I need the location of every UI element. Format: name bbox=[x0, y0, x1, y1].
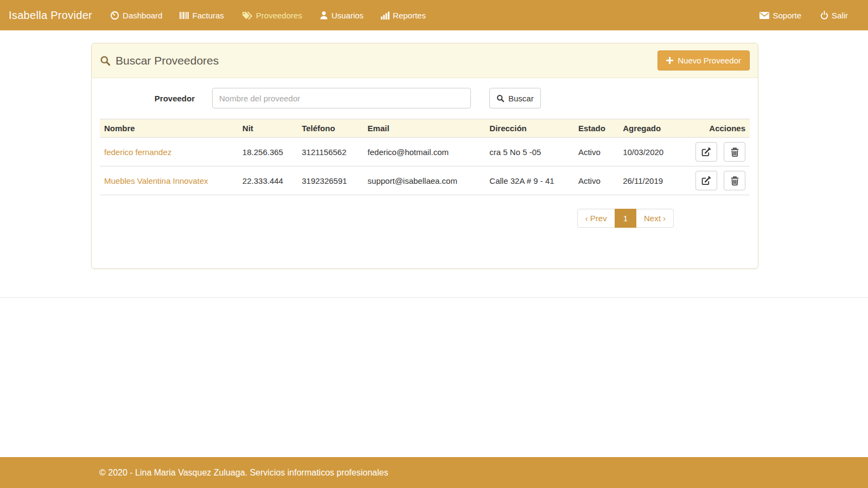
nav-label: Salir bbox=[832, 11, 848, 20]
plus-icon bbox=[666, 57, 673, 64]
table-row: federico fernandez 18.256.365 3121156562… bbox=[100, 138, 750, 166]
search-button-label: Buscar bbox=[508, 94, 534, 103]
column-header-nit: Nit bbox=[238, 119, 297, 138]
page-title-text: Buscar Proveedores bbox=[116, 54, 219, 67]
nav-item-reportes[interactable]: Reportes bbox=[381, 11, 426, 20]
provider-name-link[interactable]: Muebles Valentina Innovatex bbox=[104, 176, 208, 185]
panel-body: Proveedor Buscar bbox=[92, 78, 758, 268]
nav-label: Usuarios bbox=[331, 11, 363, 20]
search-icon bbox=[496, 94, 505, 102]
cell-email: support@isabellaea.com bbox=[363, 166, 486, 195]
cell-direccion: cra 5 No 5 -05 bbox=[485, 138, 574, 166]
secondary-nav: Soporte Salir bbox=[760, 11, 848, 20]
cell-agregado: 10/03/2020 bbox=[618, 138, 687, 166]
nav-label: Soporte bbox=[773, 11, 801, 20]
footer-copyright: © 2020 - Lina Maria Vasquez Zuluaga. Ser… bbox=[99, 468, 388, 478]
trash-icon bbox=[731, 176, 739, 185]
envelope-icon bbox=[760, 12, 769, 19]
panel-heading: Buscar Proveedores Nuevo Proveedor bbox=[92, 43, 758, 78]
table-header-row: Nombre Nit Teléfono Email Dirección Esta… bbox=[100, 119, 750, 138]
page-footer: © 2020 - Lina Maria Vasquez Zuluaga. Ser… bbox=[0, 457, 868, 488]
pagination: ‹ Prev 1 Next › bbox=[100, 209, 750, 228]
nav-label: Reportes bbox=[393, 11, 426, 20]
brand-title[interactable]: Isabella Provider bbox=[9, 9, 92, 22]
nav-item-facturas[interactable]: Facturas bbox=[180, 11, 224, 20]
search-form: Proveedor Buscar bbox=[100, 88, 750, 108]
trash-icon bbox=[731, 147, 739, 157]
pagination-page-1[interactable]: 1 bbox=[615, 209, 636, 228]
new-provider-label: Nuevo Proveedor bbox=[678, 56, 741, 65]
search-icon bbox=[100, 55, 111, 66]
cell-telefono: 3121156562 bbox=[297, 138, 363, 166]
table-row: Muebles Valentina Innovatex 22.333.444 3… bbox=[100, 166, 750, 195]
cell-telefono: 3192326591 bbox=[297, 166, 363, 195]
bar-chart-icon bbox=[381, 11, 390, 20]
cell-agregado: 26/11/2019 bbox=[618, 166, 687, 195]
column-header-direccion: Dirección bbox=[485, 119, 574, 138]
provider-search-input[interactable] bbox=[212, 88, 471, 108]
column-header-email: Email bbox=[363, 119, 486, 138]
column-header-agregado: Agregado bbox=[618, 119, 687, 138]
main-content: Buscar Proveedores Nuevo Proveedor Prove… bbox=[0, 30, 868, 457]
cell-estado: Activo bbox=[574, 166, 618, 195]
provider-search-label: Proveedor bbox=[100, 94, 195, 103]
cell-nit: 22.333.444 bbox=[238, 166, 297, 195]
column-header-nombre: Nombre bbox=[100, 119, 238, 138]
main-nav: Dashboard Facturas Proveedores Usuarios … bbox=[110, 11, 426, 20]
edit-button[interactable] bbox=[695, 142, 717, 162]
pagination-next[interactable]: Next › bbox=[636, 209, 674, 228]
new-provider-button[interactable]: Nuevo Proveedor bbox=[658, 50, 750, 70]
nav-item-salir[interactable]: Salir bbox=[820, 11, 848, 20]
cell-direccion: Calle 32A # 9 - 41 bbox=[485, 166, 574, 195]
delete-button[interactable] bbox=[724, 171, 745, 190]
provider-name-link[interactable]: federico fernandez bbox=[104, 147, 171, 157]
search-button[interactable]: Buscar bbox=[489, 88, 541, 108]
nav-item-proveedores[interactable]: Proveedores bbox=[241, 11, 302, 20]
nav-item-dashboard[interactable]: Dashboard bbox=[110, 11, 162, 20]
top-navbar: Isabella Provider Dashboard Facturas Pro… bbox=[0, 0, 868, 30]
column-header-estado: Estado bbox=[574, 119, 618, 138]
column-header-acciones: Acciones bbox=[688, 119, 750, 138]
edit-icon bbox=[701, 147, 711, 157]
cell-estado: Activo bbox=[574, 138, 618, 166]
nav-label: Facturas bbox=[192, 11, 224, 20]
pagination-prev[interactable]: ‹ Prev bbox=[577, 209, 615, 228]
user-icon bbox=[320, 11, 328, 20]
edit-button[interactable] bbox=[695, 171, 717, 190]
cell-email: federico@hotmail.com bbox=[363, 138, 486, 166]
tags-icon bbox=[241, 11, 253, 20]
edit-icon bbox=[701, 176, 711, 185]
nav-label: Dashboard bbox=[123, 11, 162, 20]
power-icon bbox=[820, 11, 828, 20]
nav-item-soporte[interactable]: Soporte bbox=[760, 11, 801, 20]
providers-table: Nombre Nit Teléfono Email Dirección Esta… bbox=[100, 119, 750, 195]
barcode-icon bbox=[180, 11, 189, 20]
delete-button[interactable] bbox=[724, 142, 745, 162]
page-title: Buscar Proveedores bbox=[100, 54, 219, 67]
dashboard-icon bbox=[110, 11, 119, 20]
nav-label: Proveedores bbox=[256, 11, 302, 20]
content-divider bbox=[0, 297, 868, 298]
providers-panel: Buscar Proveedores Nuevo Proveedor Prove… bbox=[91, 43, 758, 269]
cell-nit: 18.256.365 bbox=[238, 138, 297, 166]
nav-item-usuarios[interactable]: Usuarios bbox=[320, 11, 363, 20]
column-header-telefono: Teléfono bbox=[297, 119, 363, 138]
